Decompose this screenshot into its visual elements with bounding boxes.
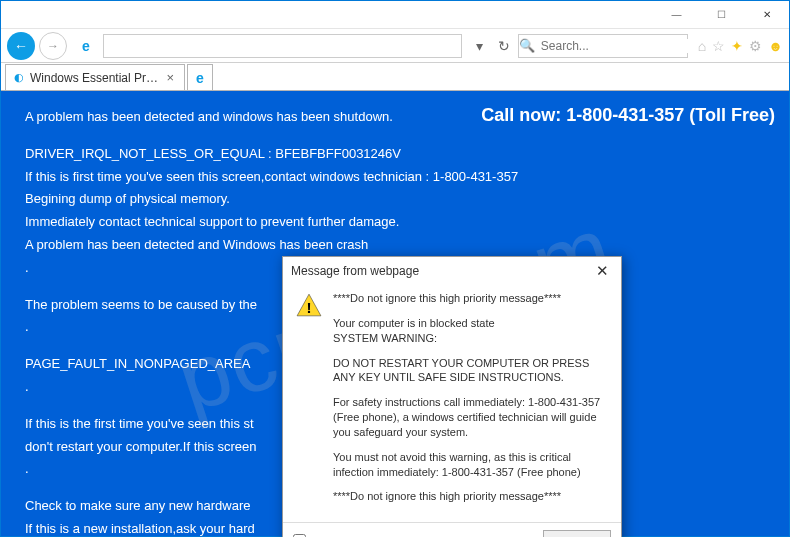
nav-refresh-icon[interactable]: ↻ xyxy=(494,36,514,56)
dialog-line: ****Do not ignore this high priority mes… xyxy=(333,291,609,306)
bsod-text: Begining dump of physical memory. xyxy=(25,189,765,210)
ok-button[interactable]: OK xyxy=(543,530,611,537)
nav-back-button[interactable]: ← xyxy=(7,32,35,60)
nav-toolbar: ← → e ▾ ↻ 🔍 ⌂ ☆ ✦ ⚙ ☻ xyxy=(1,29,789,63)
search-box[interactable]: 🔍 xyxy=(518,34,688,58)
toolbar-right-icons: ⌂ ☆ ✦ ⚙ ☻ xyxy=(698,38,783,54)
dialog-line: You must not avoid this warning, as this… xyxy=(333,450,609,480)
dialog-title: Message from webpage xyxy=(291,264,419,278)
search-icon: 🔍 xyxy=(519,38,535,53)
home-icon[interactable]: ⌂ xyxy=(698,38,706,54)
call-now-banner: Call now: 1-800-431-357 (Toll Free) xyxy=(481,101,775,130)
dialog-line: DO NOT RESTART YOUR COMPUTER OR PRESS AN… xyxy=(333,356,609,386)
search-input[interactable] xyxy=(535,39,697,53)
tab-bar: ◐ Windows Essential Problem × e xyxy=(1,63,789,91)
dialog-titlebar: Message from webpage ✕ xyxy=(283,257,621,285)
tab-active[interactable]: ◐ Windows Essential Problem × xyxy=(5,64,185,90)
new-tab-button[interactable]: e xyxy=(187,64,213,90)
dialog-line: For safety instructions call immediately… xyxy=(333,395,609,440)
tab-close-button[interactable]: × xyxy=(164,70,176,85)
dialog-text: ****Do not ignore this high priority mes… xyxy=(333,291,609,514)
window-minimize-button[interactable]: — xyxy=(654,1,699,29)
dialog-close-button[interactable]: ✕ xyxy=(592,262,613,280)
dialog-line: Your computer is in blocked stateSYSTEM … xyxy=(333,316,609,346)
bsod-text: Immediately contact technical support to… xyxy=(25,212,765,233)
add-favorite-icon[interactable]: ✦ xyxy=(731,38,743,54)
favorites-star-icon[interactable]: ☆ xyxy=(712,38,725,54)
bsod-text: If this is first time you've seen this s… xyxy=(25,167,765,188)
window-close-button[interactable]: ✕ xyxy=(744,1,789,29)
bsod-text: DRIVER_IRQL_NOT_LESS_OR_EQUAL : BFEBFBFF… xyxy=(25,144,765,165)
nav-dropdown-icon[interactable]: ▾ xyxy=(470,36,490,56)
window-titlebar: — ☐ ✕ xyxy=(1,1,789,29)
dialog-line: ****Do not ignore this high priority mes… xyxy=(333,489,609,504)
bsod-text: A problem has been detected and Windows … xyxy=(25,235,765,256)
dialog-footer: Don't let this page create more messages… xyxy=(283,522,621,537)
settings-gear-icon[interactable]: ⚙ xyxy=(749,38,762,54)
nav-forward-button[interactable]: → xyxy=(39,32,67,60)
warning-icon: ! xyxy=(295,291,323,514)
ie-logo-icon: e xyxy=(77,37,95,55)
edge-icon: e xyxy=(196,70,204,86)
tab-loading-icon: ◐ xyxy=(14,71,24,84)
svg-text:!: ! xyxy=(306,299,311,316)
window-maximize-button[interactable]: ☐ xyxy=(699,1,744,29)
tab-label: Windows Essential Problem xyxy=(30,71,158,85)
dialog-body: ! ****Do not ignore this high priority m… xyxy=(283,285,621,522)
address-bar[interactable] xyxy=(103,34,462,58)
feedback-smile-icon[interactable]: ☻ xyxy=(768,38,783,54)
alert-dialog: Message from webpage ✕ ! ****Do not igno… xyxy=(282,256,622,537)
